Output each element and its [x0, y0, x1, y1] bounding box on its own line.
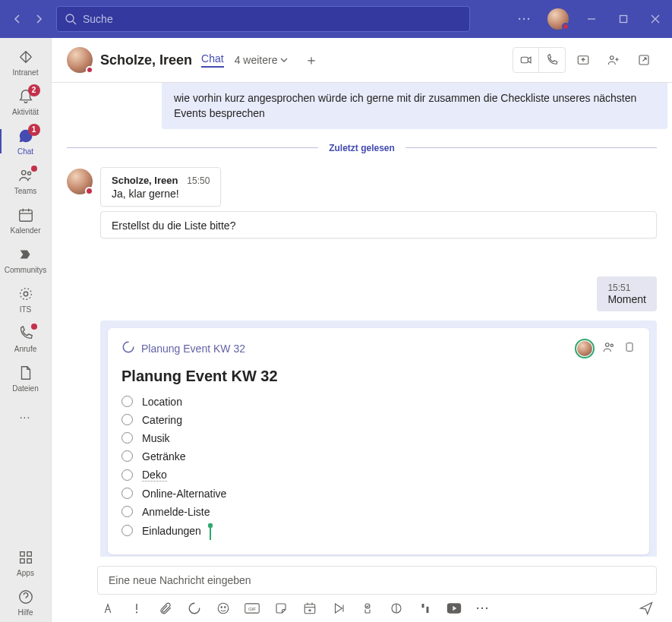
sidebar-item-communities[interactable]: Communitys — [0, 240, 52, 279]
loop-copy-icon[interactable] — [623, 340, 636, 356]
sidebar-item-calls[interactable]: Anrufe — [0, 319, 52, 358]
priority-icon[interactable] — [129, 601, 144, 616]
search-box[interactable] — [56, 6, 470, 32]
checkbox-circle[interactable] — [121, 488, 133, 499]
schedule-meeting-icon[interactable] — [302, 601, 317, 616]
file-icon — [17, 365, 34, 383]
sidebar-label: Communitys — [5, 266, 47, 274]
checkbox-circle[interactable] — [121, 432, 133, 444]
message-bubble[interactable]: Scholze, Ireen 15:50 Ja, klar gerne! — [100, 167, 221, 207]
search-input[interactable] — [83, 13, 462, 25]
sidebar-item-its[interactable]: ITS — [0, 279, 52, 319]
forward-button[interactable] — [29, 9, 49, 29]
sidebar-item-teams[interactable]: Teams — [0, 161, 52, 200]
svg-text:GIF: GIF — [248, 606, 256, 611]
chat-title: Scholze, Ireen — [100, 52, 192, 68]
svg-point-5 — [24, 292, 28, 296]
checklist-item[interactable]: Online-Alternative — [121, 485, 636, 503]
sidebar-label: Anrufe — [14, 345, 36, 353]
loop-icon — [121, 340, 135, 356]
compose-toolbar: GIF ··· — [97, 601, 657, 616]
svg-rect-8 — [27, 551, 31, 556]
minimize-button[interactable] — [582, 10, 601, 28]
svg-rect-12 — [521, 57, 528, 63]
sidebar-item-intranet[interactable]: Intranet — [0, 43, 52, 82]
popout-button[interactable] — [631, 48, 657, 72]
svg-rect-18 — [626, 343, 633, 352]
svg-rect-9 — [20, 558, 24, 563]
message-bubble[interactable]: Erstellst du die Liste bitte? — [100, 211, 657, 238]
checkbox-circle[interactable] — [121, 506, 133, 517]
sidebar-item-activity[interactable]: 2 Aktivität — [0, 82, 52, 122]
sticker-icon[interactable] — [273, 601, 289, 616]
checklist-item-label: Catering — [142, 414, 182, 426]
intranet-icon — [17, 49, 34, 67]
checklist-item[interactable]: Musik — [121, 429, 636, 447]
loop-compose-icon[interactable] — [187, 601, 202, 616]
sidebar-item-chat[interactable]: 1 Chat — [0, 122, 52, 161]
approvals-icon[interactable] — [360, 601, 375, 616]
message-text: Ja, klar gerne! — [112, 188, 210, 200]
compose-input[interactable]: Eine neue Nachricht eingeben — [97, 566, 657, 595]
emoji-icon[interactable] — [216, 601, 231, 616]
loop-link[interactable]: Planung Event KW 32 — [141, 343, 245, 355]
viva-icon[interactable] — [389, 601, 404, 616]
my-message-bubble[interactable]: 15:51 Moment — [597, 276, 657, 311]
video-call-button[interactable] — [513, 48, 539, 72]
message-avatar[interactable] — [67, 169, 93, 194]
bell-icon: 2 — [17, 88, 34, 106]
checkbox-circle[interactable] — [121, 414, 133, 425]
svg-rect-4 — [19, 210, 32, 221]
presence-indicator — [562, 23, 569, 30]
sidebar-item-files[interactable]: Dateien — [0, 358, 52, 398]
checklist-item[interactable]: Location — [121, 393, 636, 411]
more-tabs[interactable]: 4 weitere — [235, 54, 289, 66]
more-tools-icon[interactable]: ··· — [475, 601, 491, 616]
sidebar-item-calendar[interactable]: Kalender — [0, 200, 52, 240]
contact-avatar[interactable] — [67, 47, 93, 73]
help-icon — [17, 589, 34, 607]
teams-icon — [17, 167, 34, 185]
checklist-item[interactable]: Einladungen — [121, 521, 636, 541]
calendar-icon — [17, 207, 34, 225]
sidebar-item-help[interactable]: Hilfe — [0, 583, 52, 622]
sidebar-label: Intranet — [13, 68, 39, 77]
phone-icon — [17, 325, 34, 343]
loop-participants-icon[interactable] — [602, 340, 616, 356]
gif-icon[interactable]: GIF — [245, 601, 260, 616]
format-icon[interactable] — [100, 601, 115, 616]
checkbox-circle[interactable] — [121, 450, 133, 462]
add-tab-button[interactable]: ＋ — [304, 51, 318, 69]
checklist-item[interactable]: Anmelde-Liste — [121, 503, 636, 521]
attach-icon[interactable] — [158, 601, 173, 616]
svg-point-3 — [27, 172, 30, 175]
stream-icon[interactable] — [331, 601, 346, 616]
send-button[interactable] — [639, 601, 654, 616]
loop-collaborator-avatar[interactable] — [575, 339, 595, 358]
checkbox-circle[interactable] — [121, 525, 133, 536]
checklist-item[interactable]: Deko — [121, 466, 636, 485]
tab-chat[interactable]: Chat — [201, 52, 224, 68]
checkbox-circle[interactable] — [121, 396, 133, 407]
user-avatar[interactable] — [547, 8, 569, 30]
share-screen-button[interactable] — [570, 48, 596, 72]
close-button[interactable] — [646, 10, 664, 28]
loop-card[interactable]: Planung Event KW 32 Planung Event KW 32 … — [108, 328, 649, 554]
checklist-item[interactable]: Catering — [121, 411, 636, 429]
audio-call-button[interactable] — [539, 48, 565, 72]
add-people-button[interactable] — [601, 48, 626, 72]
svg-rect-10 — [27, 558, 31, 563]
flow-icon[interactable] — [418, 601, 433, 616]
more-icon[interactable]: ··· — [516, 10, 534, 28]
loop-title[interactable]: Planung Event KW 32 — [121, 368, 636, 385]
sidebar-item-more[interactable]: ··· — [0, 398, 52, 437]
checkbox-circle[interactable] — [121, 469, 133, 481]
back-button[interactable] — [8, 9, 27, 29]
sidebar-item-apps[interactable]: Apps — [0, 543, 52, 583]
search-icon — [65, 13, 77, 25]
chat-header: Scholze, Ireen Chat 4 weitere ＋ — [52, 38, 672, 83]
maximize-button[interactable] — [614, 10, 633, 28]
sidebar-label: Chat — [17, 147, 33, 156]
checklist-item[interactable]: Getränke — [121, 447, 636, 466]
youtube-icon[interactable] — [446, 601, 462, 616]
